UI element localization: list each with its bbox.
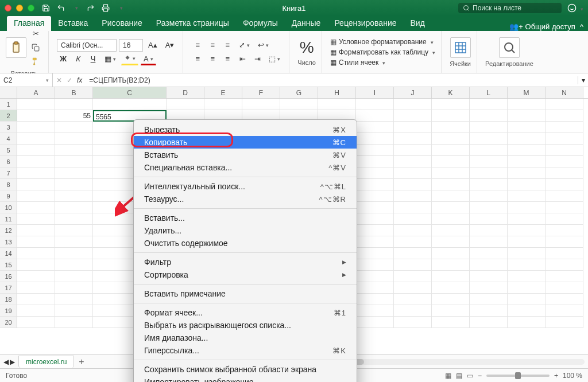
cell[interactable] [508, 156, 546, 167]
ctx-delete[interactable]: Удалить... [134, 224, 357, 237]
row-header[interactable]: 6 [0, 156, 17, 167]
cell[interactable] [508, 282, 546, 294]
cell[interactable] [432, 282, 470, 294]
cell[interactable] [394, 156, 432, 167]
align-middle-icon[interactable]: ≡ [206, 39, 219, 52]
cell[interactable] [432, 271, 470, 282]
cell[interactable] [356, 190, 394, 202]
collapse-ribbon-icon[interactable]: ^ [580, 22, 583, 31]
cell[interactable]: 55 [55, 110, 93, 122]
tab-draw[interactable]: Рисование [95, 16, 149, 31]
cell[interactable] [204, 99, 242, 110]
row-header[interactable]: 11 [0, 213, 17, 225]
row-header[interactable]: 17 [0, 282, 17, 294]
cell[interactable] [546, 156, 583, 167]
cell[interactable] [55, 317, 93, 328]
tab-layout[interactable]: Разметка страницы [149, 16, 236, 31]
cell[interactable] [470, 145, 508, 156]
cell[interactable] [508, 133, 546, 145]
cell[interactable] [470, 248, 508, 259]
cell[interactable] [55, 305, 93, 317]
cell[interactable] [17, 225, 55, 236]
cell[interactable] [546, 213, 583, 225]
cell[interactable] [432, 202, 470, 213]
cells-button[interactable] [450, 37, 471, 58]
col-header[interactable]: H [318, 87, 356, 98]
cell[interactable] [55, 99, 93, 110]
cell[interactable] [17, 133, 55, 145]
cell[interactable] [356, 317, 394, 328]
cell[interactable] [394, 190, 432, 202]
paste-button[interactable] [6, 37, 26, 58]
cell[interactable] [17, 179, 55, 190]
merge-icon[interactable]: ⬚ [266, 53, 283, 65]
cell[interactable] [55, 202, 93, 213]
cell[interactable] [508, 122, 546, 133]
cell[interactable] [546, 122, 583, 133]
cell[interactable] [394, 317, 432, 328]
cell[interactable] [546, 133, 583, 145]
sheet-tab[interactable]: microexcel.ru [18, 356, 74, 368]
cell[interactable] [508, 167, 546, 179]
cell[interactable] [55, 282, 93, 294]
align-right-icon[interactable]: ≡ [221, 53, 234, 65]
cell[interactable] [470, 305, 508, 317]
bold-button[interactable]: Ж [57, 53, 69, 65]
cell[interactable] [55, 167, 93, 179]
cell[interactable] [508, 225, 546, 236]
ctx-cut[interactable]: Вырезать⌘X [134, 123, 357, 136]
font-name-combo[interactable]: Calibri (Осн... [57, 39, 117, 52]
share-button[interactable]: 👥+ Общий доступ [509, 22, 575, 31]
cell[interactable] [546, 99, 583, 110]
cell[interactable] [93, 99, 167, 110]
col-header[interactable]: F [242, 87, 280, 98]
cell[interactable] [17, 202, 55, 213]
cell[interactable] [55, 248, 93, 259]
cell[interactable] [17, 167, 55, 179]
row-header[interactable]: 3 [0, 122, 17, 133]
cancel-formula-icon[interactable]: ✕ [56, 76, 62, 84]
indent-increase-icon[interactable]: ⇥ [251, 53, 264, 65]
cell[interactable] [470, 156, 508, 167]
col-header[interactable]: J [394, 87, 432, 98]
col-header[interactable]: L [470, 87, 508, 98]
cell[interactable] [508, 236, 546, 248]
fx-icon[interactable]: fx [77, 76, 82, 84]
row-header[interactable]: 14 [0, 248, 17, 259]
ctx-paste-special[interactable]: Специальная вставка...^⌘V [134, 161, 357, 174]
undo-dropdown-icon[interactable] [71, 3, 80, 13]
cell[interactable] [432, 305, 470, 317]
ctx-import-image[interactable]: Импортировать изображение [134, 376, 357, 382]
ctx-define-name[interactable]: Имя диапазона... [134, 332, 357, 344]
ctx-hyperlink[interactable]: Гиперссылка...⌘K [134, 344, 357, 357]
cell[interactable] [17, 271, 55, 282]
cell[interactable] [356, 305, 394, 317]
cell[interactable] [394, 145, 432, 156]
cell[interactable] [242, 99, 280, 110]
row-header[interactable]: 10 [0, 202, 17, 213]
cell[interactable] [318, 99, 356, 110]
tab-review[interactable]: Рецензирование [327, 16, 403, 31]
col-header[interactable]: I [356, 87, 394, 98]
ctx-smart-lookup[interactable]: Интеллектуальный поиск...^⌥⌘L [134, 180, 357, 193]
cell[interactable] [432, 225, 470, 236]
cell[interactable] [508, 248, 546, 259]
name-box[interactable]: C2▾ [0, 73, 53, 87]
cell[interactable] [508, 213, 546, 225]
col-header[interactable]: D [167, 87, 204, 98]
cell[interactable] [17, 236, 55, 248]
cell[interactable] [55, 156, 93, 167]
cell-styles-button[interactable]: ▦Стили ячеек [330, 59, 435, 67]
format-as-table-button[interactable]: ▦Форматировать как таблицу [330, 48, 435, 56]
cell[interactable] [470, 167, 508, 179]
cell[interactable] [55, 179, 93, 190]
cell[interactable] [394, 167, 432, 179]
cell[interactable] [432, 190, 470, 202]
cell[interactable] [55, 271, 93, 282]
cell[interactable] [508, 317, 546, 328]
zoom-in-icon[interactable]: + [554, 372, 558, 380]
cell[interactable] [546, 294, 583, 305]
decrease-font-icon[interactable]: A▾ [163, 39, 177, 52]
cell[interactable] [394, 282, 432, 294]
cell[interactable] [432, 99, 470, 110]
